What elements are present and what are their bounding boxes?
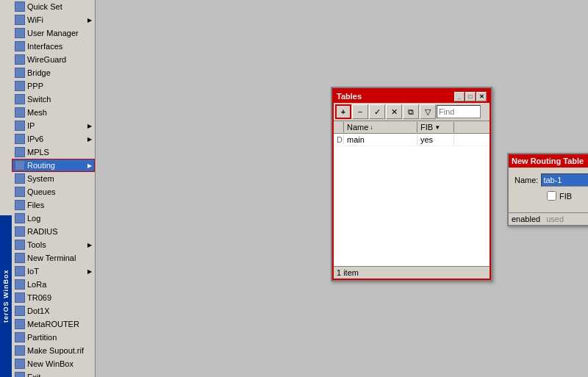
- fib-checkbox-row: FIB: [547, 191, 588, 201]
- sidebar-item-ipv6[interactable]: IPv6▶: [12, 132, 95, 146]
- sidebar-icon-partition: [15, 332, 25, 342]
- row-flag: D: [334, 134, 344, 145]
- used-label: used: [546, 215, 564, 223]
- copy-toolbar-btn[interactable]: ⧉: [403, 104, 419, 119]
- sidebar-item-queues[interactable]: Queues: [12, 185, 95, 198]
- status-label: enabled: [512, 215, 540, 223]
- name-input[interactable]: [541, 173, 588, 187]
- col-name: Name ↓: [344, 122, 417, 132]
- routing-dialog-titlebar[interactable]: New Routing Table _ □ ✕: [509, 154, 588, 168]
- sidebar-label-new-terminal: New Terminal: [27, 254, 76, 262]
- sidebar-item-exit[interactable]: Exit: [12, 370, 95, 377]
- sidebar-icon-mpls: [15, 147, 25, 157]
- sidebar-item-make-supout[interactable]: Make Supout.rif: [12, 344, 95, 357]
- sidebar-label-ip: IP: [27, 121, 35, 130]
- routing-dialog: New Routing Table _ □ ✕ Name: FIB OK Can…: [507, 153, 588, 226]
- sidebar-item-dot1x[interactable]: Dot1X: [12, 304, 95, 317]
- sidebar-item-files[interactable]: Files: [12, 198, 95, 212]
- sidebar-icon-interfaces: [15, 41, 25, 51]
- sidebar-label-partition: Partition: [27, 333, 57, 342]
- sidebar-label-new-winbox: New WinBox: [27, 359, 74, 368]
- sidebar-icon-system: [15, 173, 25, 184]
- sidebar-item-bridge[interactable]: Bridge: [12, 66, 95, 79]
- sidebar-item-new-terminal[interactable]: New Terminal: [12, 251, 95, 265]
- sidebar-item-mpls[interactable]: MPLS: [12, 146, 95, 159]
- sidebar-item-system[interactable]: System: [12, 172, 95, 185]
- sidebar-icon-new-terminal: [15, 253, 25, 263]
- check-btn[interactable]: ✓: [369, 104, 385, 119]
- sidebar-label-metarouter: MetaROUTER: [27, 320, 79, 328]
- sidebar-label-wireguard: WireGuard: [27, 55, 66, 64]
- sidebar-label-switch: Switch: [27, 95, 51, 104]
- add-btn[interactable]: +: [335, 104, 351, 119]
- sidebar-label-make-supout: Make Supout.rif: [27, 346, 84, 355]
- tables-title: Tables: [337, 92, 362, 101]
- sidebar-icon-mesh: [15, 107, 25, 118]
- sidebar-label-bridge: Bridge: [27, 68, 51, 77]
- sidebar-item-mesh[interactable]: Mesh: [12, 106, 95, 119]
- name-label: Name:: [514, 176, 538, 184]
- sidebar-icon-wireguard: [15, 54, 25, 65]
- routing-dialog-title: New Routing Table: [512, 157, 584, 165]
- sidebar-item-iot[interactable]: IoT▶: [12, 265, 95, 278]
- sidebar-item-partition[interactable]: Partition: [12, 331, 95, 344]
- remove-toolbar-btn[interactable]: −: [352, 104, 368, 119]
- sidebar-item-routing[interactable]: Routing▶: [12, 159, 95, 172]
- sidebar-icon-iot: [15, 266, 25, 276]
- tables-window: Tables _ □ ✕ + − ✓ ✕ ⧉ ▽ Name: [331, 87, 492, 281]
- sidebar-label-files: Files: [27, 201, 44, 209]
- table-header: Name ↓ FIB ▼: [334, 121, 490, 134]
- tables-close-btn[interactable]: ✕: [476, 92, 487, 101]
- sidebar-label-lora: LoRa: [27, 280, 46, 289]
- main-area: Tables _ □ ✕ + − ✓ ✕ ⧉ ▽ Name: [96, 0, 588, 377]
- sidebar-item-lora[interactable]: LoRa: [12, 278, 95, 291]
- sidebar-arrow-ip: ▶: [87, 123, 92, 129]
- sidebar-item-new-winbox[interactable]: New WinBox: [12, 357, 95, 370]
- sidebar-item-tr069[interactable]: TR069: [12, 291, 95, 304]
- brand-label: terOS WinBox: [0, 215, 12, 377]
- sidebar-label-ppp: PPP: [27, 82, 43, 90]
- sidebar-label-quick-set: Quick Set: [27, 2, 62, 11]
- sidebar-label-mpls: MPLS: [27, 148, 49, 157]
- tables-footer: 1 item: [334, 266, 490, 279]
- cross-btn[interactable]: ✕: [386, 104, 402, 119]
- tables-maximize-btn[interactable]: □: [465, 92, 476, 101]
- filter-btn[interactable]: ▽: [420, 104, 436, 119]
- sidebar-icon-switch: [15, 94, 25, 104]
- find-input[interactable]: [437, 105, 481, 118]
- sidebar-item-metarouter[interactable]: MetaROUTER: [12, 317, 95, 331]
- tables-titlebar[interactable]: Tables _ □ ✕: [334, 90, 490, 103]
- sidebar-icon-dot1x: [15, 306, 25, 316]
- sidebar-item-interfaces[interactable]: Interfaces: [12, 40, 95, 53]
- sidebar-icon-routing: [15, 160, 25, 170]
- sidebar-icon-ppp: [15, 81, 25, 91]
- sidebar-item-radius[interactable]: RADIUS: [12, 225, 95, 238]
- sidebar-icon-new-winbox: [15, 359, 25, 369]
- table-body: D main yes: [334, 134, 490, 266]
- sidebar-item-tools[interactable]: Tools▶: [12, 238, 95, 251]
- sidebar-nav: Quick SetWiFi▶User ManagerInterfacesWire…: [12, 0, 95, 377]
- sidebar-label-tools: Tools: [27, 240, 46, 249]
- sidebar-item-quick-set[interactable]: Quick Set: [12, 0, 95, 13]
- table-row[interactable]: D main yes: [334, 134, 490, 146]
- col-fib: FIB ▼: [417, 122, 454, 132]
- sidebar-label-interfaces: Interfaces: [27, 42, 62, 51]
- sidebar-arrow-routing: ▶: [87, 162, 92, 169]
- sidebar-item-log[interactable]: Log: [12, 212, 95, 225]
- dialog-status-row: enabled used: [509, 212, 588, 225]
- sidebar: terOS WinBox Quick SetWiFi▶User ManagerI…: [0, 0, 96, 377]
- tables-minimize-btn[interactable]: _: [454, 92, 465, 101]
- tables-win-controls: _ □ ✕: [454, 92, 487, 101]
- sidebar-item-ppp[interactable]: PPP: [12, 79, 95, 93]
- sidebar-item-switch[interactable]: Switch: [12, 93, 95, 106]
- sidebar-item-ip[interactable]: IP▶: [12, 119, 95, 132]
- sidebar-label-tr069: TR069: [27, 293, 51, 302]
- fib-checkbox[interactable]: [547, 191, 556, 201]
- sidebar-label-radius: RADIUS: [27, 227, 58, 236]
- sidebar-icon-tools: [15, 240, 25, 250]
- sidebar-item-wifi[interactable]: WiFi▶: [12, 13, 95, 26]
- sidebar-item-user-manager[interactable]: User Manager: [12, 26, 95, 40]
- sidebar-icon-radius: [15, 226, 25, 237]
- sidebar-item-wireguard[interactable]: WireGuard: [12, 53, 95, 66]
- sidebar-label-iot: IoT: [27, 267, 39, 276]
